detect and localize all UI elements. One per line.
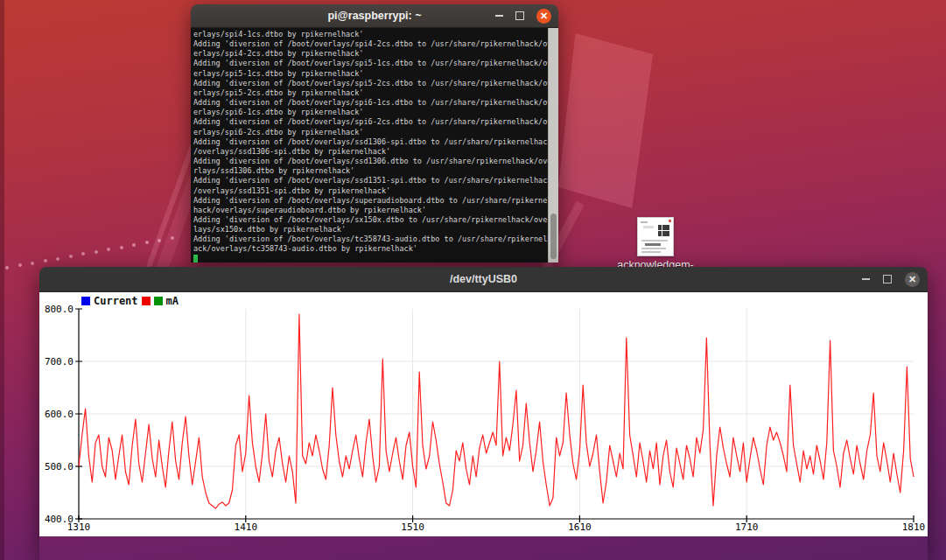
svg-text:800.0: 800.0	[45, 304, 74, 315]
qr-code-icon	[658, 225, 669, 236]
svg-text:1410: 1410	[235, 522, 258, 533]
wallpaper-edge	[0, 0, 4, 560]
desktop-icon-acknowledgement[interactable]: acknowledgem-	[615, 217, 696, 271]
plotter-title: /dev/ttyUSB0	[450, 273, 517, 285]
close-icon: ✕	[540, 11, 548, 21]
plotter-titlebar[interactable]: /dev/ttyUSB0 ✕	[39, 267, 928, 292]
desktop: acknowledgem- pi@raspberrypi: ~ ✕ erlays…	[0, 0, 946, 560]
svg-text:1510: 1510	[401, 522, 424, 533]
maximize-icon[interactable]	[515, 11, 524, 20]
svg-text:1310: 1310	[67, 522, 91, 533]
terminal-scrollbar-thumb[interactable]	[550, 214, 557, 259]
close-icon: ✕	[908, 275, 916, 284]
terminal-title: pi@raspberrypi: ~	[327, 10, 421, 22]
terminal-scrollbar-track[interactable]	[548, 28, 558, 262]
terminal-window: pi@raspberrypi: ~ ✕ erlays/spi4-1cs.dtbo…	[191, 4, 558, 262]
svg-text:700.0: 700.0	[45, 356, 74, 368]
wallpaper-shape	[558, 33, 653, 208]
maximize-icon[interactable]	[883, 275, 892, 284]
terminal-titlebar[interactable]: pi@raspberrypi: ~ ✕	[191, 4, 558, 28]
svg-text:500.0: 500.0	[45, 461, 74, 472]
svg-text:600.0: 600.0	[45, 409, 74, 420]
minimize-icon[interactable]	[495, 15, 503, 17]
svg-text:1710: 1710	[735, 522, 759, 533]
terminal-body[interactable]: erlays/spi4-1cs.dtbo by rpikernelhack'Ad…	[191, 28, 558, 262]
terminal-output: erlays/spi4-1cs.dtbo by rpikernelhack'Ad…	[193, 30, 548, 262]
plot-area: Current mA 800.0700.0600.0500.0400.01310…	[39, 292, 928, 536]
close-button[interactable]: ✕	[536, 9, 551, 24]
terminal-cursor	[193, 255, 198, 262]
document-thumbnail-icon	[637, 217, 674, 256]
close-button[interactable]: ✕	[905, 272, 920, 287]
current-line-chart: 800.0700.0600.0500.0400.0131014101510161…	[39, 292, 928, 536]
minimize-icon[interactable]	[862, 278, 870, 280]
serial-plotter-window: /dev/ttyUSB0 ✕ Current mA 800.0700.0600.…	[39, 267, 928, 560]
svg-text:1610: 1610	[568, 522, 592, 533]
svg-text:1810: 1810	[902, 522, 926, 533]
